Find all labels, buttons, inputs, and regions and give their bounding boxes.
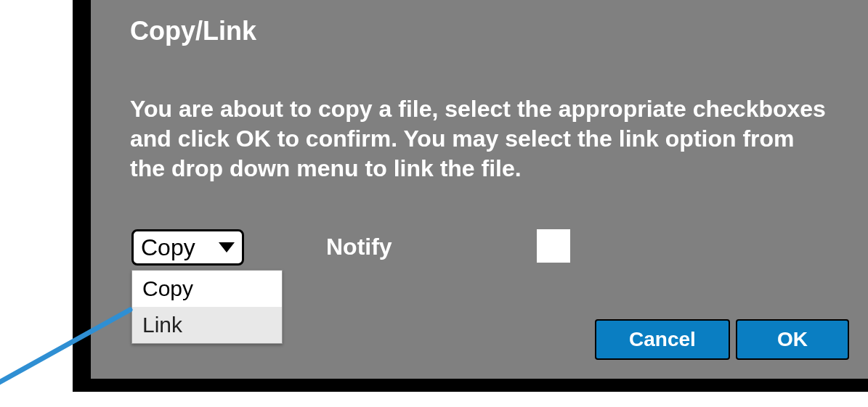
copy-link-dialog: Copy/Link You are about to copy a file, … (91, 0, 868, 379)
cancel-button[interactable]: Cancel (595, 319, 730, 360)
dropdown-option-link[interactable]: Link (132, 307, 282, 343)
dropdown-option-copy[interactable]: Copy (132, 271, 282, 307)
dialog-body-text: You are about to copy a file, select the… (130, 94, 827, 184)
dialog-title: Copy/Link (130, 16, 256, 46)
notify-checkbox[interactable] (537, 229, 570, 263)
dialog-frame: Copy/Link You are about to copy a file, … (73, 0, 868, 392)
notify-label: Notify (326, 234, 392, 260)
chevron-down-icon (219, 242, 235, 252)
action-dropdown-value: Copy (141, 234, 214, 261)
ok-button[interactable]: OK (736, 319, 849, 360)
action-dropdown[interactable]: Copy (131, 229, 244, 266)
action-dropdown-list: Copy Link (131, 270, 283, 344)
